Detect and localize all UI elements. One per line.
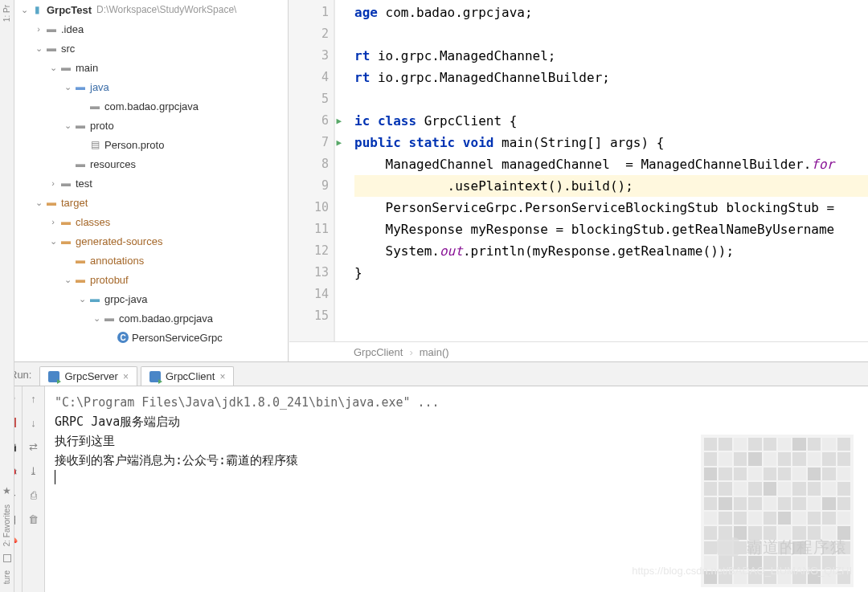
line-number[interactable]: 2 [289,23,329,45]
line-number[interactable]: 3 [289,45,329,67]
chevron-right-icon[interactable]: › [47,217,59,227]
print-icon[interactable]: ⎙ [27,488,41,502]
tree-item[interactable]: › ▬ classes [14,212,288,231]
tree-item[interactable]: ⌄ ▬ grpc-java [14,289,288,308]
line-number[interactable]: 14 [289,284,329,305]
code-line[interactable]: MyResponse myResponse = blockingStub.get… [354,218,868,240]
tree-item[interactable]: › ▬ .idea [14,19,288,39]
code-line[interactable]: ic class GrpcClient { [354,110,868,132]
tree-item-label: com.badao.grpcjava [104,100,199,112]
line-number[interactable]: 10 [289,197,329,218]
tree-item[interactable]: ⌄ ▬ protobuf [14,270,288,289]
line-number[interactable]: 12 [289,240,329,262]
project-tree[interactable]: ⌄ ▮ GrpcTest D:\Workspace\StudyWorkSpace… [14,0,288,361]
code-line[interactable]: .usePlaintext().build(); [354,175,868,197]
folder-icon: ▬ [74,273,87,286]
project-tool-label[interactable]: 1: Pr [2,5,11,22]
tree-item-label: PersonServiceGrpc [132,332,223,344]
run-gutter-icon[interactable]: ▶ [336,132,342,153]
favorites-label[interactable]: 2: Favorites [2,504,11,546]
left-bottom-toolbar[interactable]: ★ 2: Favorites ture [0,361,14,592]
chevron-down-icon[interactable]: ⌄ [32,43,45,54]
scroll-end-icon[interactable]: ⤓ [27,463,41,478]
breadcrumb-class[interactable]: GrpcClient [354,346,403,358]
tree-item[interactable]: ⌄ ▬ java [14,77,288,96]
code-line[interactable]: } [354,262,868,284]
code-line[interactable]: ManagedChannel managedChannel = ManagedC… [354,153,868,175]
code-line[interactable] [354,88,868,110]
chevron-down-icon[interactable]: ⌄ [18,5,31,15]
line-number[interactable]: 11 [289,218,329,240]
down-stack-icon[interactable]: ↓ [27,415,41,430]
up-stack-icon[interactable]: ↑ [27,391,41,406]
tree-item[interactable]: ⌄ ▬ src [14,39,288,58]
line-number[interactable]: 15 [289,305,329,327]
code-line[interactable]: public static void main(String[] args) { [354,132,868,153]
chevron-down-icon[interactable]: ⌄ [90,313,103,324]
tree-item[interactable]: ⌄ ▬ generated-sources [14,231,288,251]
chevron-down-icon[interactable]: ⌄ [47,63,59,73]
tree-item[interactable]: ⌄ ▬ proto [14,116,288,135]
run-tab[interactable]: GrpcServer × [39,366,137,386]
run-gutter-icon[interactable]: ▶ [336,110,342,132]
code-editor[interactable]: 123456▶7▶89101112131415 age com.badao.gr… [288,0,868,361]
tree-root-path: D:\Workspace\StudyWorkSpace\ [96,4,236,15]
breadcrumb-method[interactable]: main() [420,346,449,358]
code-line[interactable]: rt io.grpc.ManagedChannelBuilder; [354,67,868,88]
chevron-down-icon[interactable]: ⌄ [76,294,88,304]
folder-icon: ▬ [45,22,58,35]
tree-item-label: .idea [61,23,84,35]
chevron-down-icon[interactable]: ⌄ [61,82,74,92]
structure-icon[interactable] [3,554,11,562]
code-line[interactable]: System.out.println(myResponse.getRealnam… [354,240,868,262]
close-icon[interactable]: × [219,371,225,382]
chevron-down-icon[interactable]: ⌄ [61,120,74,131]
code-line[interactable] [354,305,868,327]
close-icon[interactable]: × [123,371,129,382]
editor-breadcrumb[interactable]: GrpcClient › main() [289,341,868,361]
tree-item[interactable]: ⌄ ▬ main [14,58,288,77]
tree-item[interactable]: C PersonServiceGrpc [14,328,288,347]
chevron-right-icon[interactable]: › [32,24,45,34]
line-number[interactable]: 4 [289,67,329,88]
run-tab[interactable]: GrpcClient × [141,366,234,386]
line-number[interactable]: 1 [289,2,329,23]
structure-label[interactable]: ture [2,570,11,584]
tree-item-label: test [76,178,92,190]
code-line[interactable]: rt io.grpc.ManagedChannel; [354,45,868,67]
chevron-down-icon[interactable]: ⌄ [32,198,45,208]
editor-content[interactable]: age com.badao.grpcjava;rt io.grpc.Manage… [335,0,868,361]
line-number[interactable]: 13 [289,262,329,284]
code-line[interactable] [354,284,868,305]
chevron-down-icon[interactable]: ⌄ [61,275,74,285]
console-line[interactable]: GRPC Java服务端启动 [55,412,858,431]
tree-item[interactable]: ▬ annotations [14,251,288,270]
line-number-gutter[interactable]: 123456▶7▶89101112131415 [289,0,335,361]
line-number[interactable]: 8 [289,153,329,175]
clear-icon[interactable]: 🗑 [27,512,41,526]
folder-icon: ▬ [59,177,72,190]
line-number[interactable]: 6▶ [289,110,329,132]
console-output[interactable]: "C:\Program Files\Java\jdk1.8.0_241\bin\… [45,386,868,592]
watermark-url: https://blog.csdn.net/BADAO_LIUMANG_QIZH… [632,561,852,581]
tree-root[interactable]: ⌄ ▮ GrpcTest D:\Workspace\StudyWorkSpace… [14,0,288,19]
tree-item[interactable]: ▬ com.badao.grpcjava [14,96,288,116]
code-line[interactable]: age com.badao.grpcjava; [354,2,868,23]
tree-item[interactable]: ⌄ ▬ com.badao.grpcjava [14,308,288,328]
folder-icon: ▬ [59,215,72,228]
favorites-star-icon[interactable]: ★ [2,485,11,496]
left-toolwindow-bar[interactable]: 1: Pr [0,0,14,361]
chevron-right-icon[interactable]: › [47,178,59,188]
tree-item[interactable]: › ▬ test [14,174,288,193]
code-line[interactable] [354,23,868,45]
tree-item[interactable]: ▬ resources [14,154,288,174]
tree-item[interactable]: ▤ Person.proto [14,135,288,154]
code-line[interactable]: PersonServiceGrpc.PersonServiceBlockingS… [354,197,868,218]
line-number[interactable]: 9 [289,175,329,197]
line-number[interactable]: 5 [289,88,329,110]
tree-item[interactable]: ⌄ ▬ target [14,193,288,212]
chevron-down-icon[interactable]: ⌄ [47,236,59,247]
line-number[interactable]: 7▶ [289,132,329,153]
console-line[interactable]: "C:\Program Files\Java\jdk1.8.0_241\bin\… [55,393,858,412]
soft-wrap-icon[interactable]: ⇄ [27,439,41,454]
